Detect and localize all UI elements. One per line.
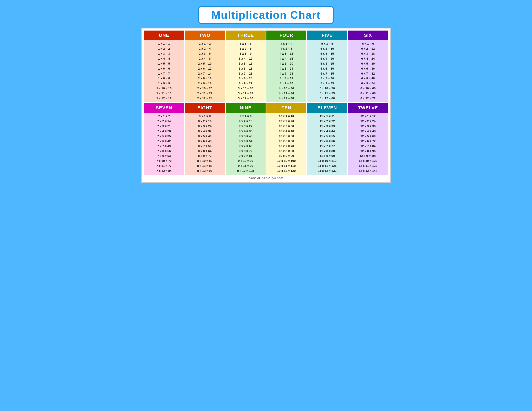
equation-nine-7: 9 x 7 = 63 bbox=[227, 144, 265, 149]
equation-four-2: 4 x 2 = 8 bbox=[267, 46, 305, 51]
column-five: FIVE5 x 1 = 55 x 2 = 105 x 3 = 155 x 4 =… bbox=[307, 30, 347, 102]
equation-five-12: 5 x 12 = 60 bbox=[308, 96, 346, 101]
equation-two-10: 2 x 10 = 20 bbox=[186, 86, 224, 91]
col-body-three: 3 x 1 = 33 x 2 = 63 x 3 = 93 x 4 = 123 x… bbox=[226, 40, 266, 102]
col-header-two: TWO bbox=[185, 30, 225, 40]
equation-eleven-4: 11 x 4 = 44 bbox=[308, 129, 346, 134]
equation-twelve-6: 12 x 6 = 72 bbox=[349, 139, 387, 144]
equation-five-2: 5 x 2 = 10 bbox=[308, 46, 346, 51]
equation-ten-11: 10 x 11 = 110 bbox=[267, 163, 305, 169]
equation-six-9: 6 x 9 = 54 bbox=[349, 81, 387, 86]
col-body-two: 2 x 1 = 22 x 2 = 42 x 3 = 62 x 4 = 82 x … bbox=[185, 40, 225, 102]
equation-twelve-11: 12 x 11 = 132 bbox=[349, 163, 387, 169]
equation-eight-5: 8 x 5 = 40 bbox=[186, 134, 224, 139]
equation-three-8: 3 x 8 = 24 bbox=[227, 76, 265, 81]
equation-five-9: 5 x 9 = 45 bbox=[308, 81, 346, 86]
equation-two-6: 2 x 6 = 12 bbox=[186, 66, 224, 71]
col-body-five: 5 x 1 = 55 x 2 = 105 x 3 = 155 x 4 = 205… bbox=[307, 40, 347, 102]
col-body-nine: 9 x 1 = 99 x 2 = 189 x 3 = 279 x 4 = 369… bbox=[226, 113, 266, 175]
equation-five-11: 5 x 11 = 55 bbox=[308, 91, 346, 96]
equation-eight-10: 8 x 10 = 80 bbox=[186, 159, 224, 163]
equation-eight-7: 8 x 7 = 56 bbox=[186, 144, 224, 149]
equation-seven-11: 7 x 11 = 77 bbox=[145, 163, 183, 169]
col-body-eleven: 11 x 1 = 1111 x 2 = 2211 x 3 = 3311 x 4 … bbox=[307, 113, 347, 175]
equation-seven-6: 7 x 6 = 42 bbox=[145, 139, 183, 144]
page-title: Multiplication Chart bbox=[211, 9, 321, 21]
equation-three-9: 3 x 9 = 27 bbox=[227, 81, 265, 86]
equation-five-5: 5 x 5 = 25 bbox=[308, 61, 346, 66]
bottom-row: SEVEN7 x 1 = 77 x 2 = 147 x 3 = 217 x 4 … bbox=[144, 103, 388, 175]
equation-twelve-4: 12 x 4 = 48 bbox=[349, 129, 387, 134]
equation-four-1: 4 x 1 = 4 bbox=[267, 41, 305, 46]
equation-three-7: 3 x 7 = 21 bbox=[227, 71, 265, 76]
equation-seven-12: 7 x 12 = 84 bbox=[145, 169, 183, 173]
col-body-one: 1 x 1 = 11 x 2 = 21 x 3 = 31 x 4 = 41 x … bbox=[144, 40, 184, 102]
col-body-twelve: 12 x 1 = 1212 x 2 = 2412 x 3 = 3612 x 4 … bbox=[348, 113, 388, 175]
column-six: SIX6 x 1 = 66 x 2 = 126 x 3 = 186 x 4 = … bbox=[348, 30, 388, 102]
equation-seven-3: 7 x 3 = 21 bbox=[145, 124, 183, 129]
equation-seven-2: 7 x 2 = 14 bbox=[145, 119, 183, 124]
equation-one-1: 1 x 1 = 1 bbox=[145, 41, 183, 46]
col-header-four: FOUR bbox=[266, 30, 306, 40]
equation-twelve-8: 12 x 8 = 96 bbox=[349, 149, 387, 154]
equation-one-8: 1 x 8 = 8 bbox=[145, 76, 183, 81]
equation-six-3: 6 x 3 = 18 bbox=[349, 51, 387, 56]
col-body-four: 4 x 1 = 44 x 2 = 84 x 3 = 124 x 4 = 164 … bbox=[266, 40, 306, 102]
equation-nine-11: 9 x 11 = 99 bbox=[227, 163, 265, 169]
equation-five-8: 5 x 8 = 40 bbox=[308, 76, 346, 81]
equation-seven-9: 7 x 9 = 63 bbox=[145, 153, 183, 159]
equation-eight-4: 8 x 4 = 32 bbox=[186, 129, 224, 134]
equation-one-10: 1 x 10 = 10 bbox=[145, 86, 183, 91]
equation-ten-2: 10 x 2 = 20 bbox=[267, 119, 305, 124]
equation-eight-8: 8 x 8 = 64 bbox=[186, 149, 224, 154]
equation-nine-12: 9 x 12 = 108 bbox=[227, 169, 265, 173]
col-header-ten: TEN bbox=[266, 103, 306, 113]
equation-five-6: 5 x 6 = 30 bbox=[308, 66, 346, 71]
equation-nine-9: 9 x 9 = 81 bbox=[227, 153, 265, 159]
equation-four-4: 4 x 4 = 16 bbox=[267, 56, 305, 61]
equation-two-7: 2 x 7 = 14 bbox=[186, 71, 224, 76]
equation-six-10: 6 x 10 = 60 bbox=[349, 86, 387, 91]
equation-ten-4: 10 x 4 = 40 bbox=[267, 129, 305, 134]
equation-one-4: 1 x 4 = 4 bbox=[145, 56, 183, 61]
equation-two-8: 2 x 8 = 16 bbox=[186, 76, 224, 81]
equation-one-7: 1 x 7 = 7 bbox=[145, 71, 183, 76]
col-header-one: ONE bbox=[144, 30, 184, 40]
equation-six-11: 6 x 11 = 66 bbox=[349, 91, 387, 96]
equation-three-1: 3 x 1 = 3 bbox=[227, 41, 265, 46]
equation-five-1: 5 x 1 = 5 bbox=[308, 41, 346, 46]
col-header-eleven: ELEVEN bbox=[307, 103, 347, 113]
equation-seven-8: 7 x 8 = 56 bbox=[145, 149, 183, 154]
equation-nine-10: 9 x 10 = 90 bbox=[227, 159, 265, 163]
equation-two-5: 2 x 5 = 10 bbox=[186, 61, 224, 66]
column-twelve: TWELVE12 x 1 = 1212 x 2 = 2412 x 3 = 361… bbox=[348, 103, 388, 175]
equation-one-2: 1 x 2 = 2 bbox=[145, 46, 183, 51]
equation-three-2: 3 x 2 = 6 bbox=[227, 46, 265, 51]
equation-six-1: 6 x 1 = 6 bbox=[349, 41, 387, 46]
equation-seven-1: 7 x 1 = 7 bbox=[145, 114, 183, 119]
equation-five-7: 5 x 7 = 35 bbox=[308, 71, 346, 76]
equation-one-3: 1 x 3 = 3 bbox=[145, 51, 183, 56]
equation-ten-7: 10 x 7 = 70 bbox=[267, 144, 305, 149]
col-header-six: SIX bbox=[348, 30, 388, 40]
equation-eleven-9: 11 x 9 = 99 bbox=[308, 153, 346, 159]
equation-eleven-11: 11 x 11 = 121 bbox=[308, 163, 346, 169]
column-four: FOUR4 x 1 = 44 x 2 = 84 x 3 = 124 x 4 = … bbox=[266, 30, 306, 102]
equation-ten-9: 10 x 9 = 90 bbox=[267, 153, 305, 159]
equation-nine-8: 9 x 8 = 72 bbox=[227, 149, 265, 154]
equation-ten-5: 10 x 5 = 50 bbox=[267, 134, 305, 139]
column-eleven: ELEVEN11 x 1 = 1111 x 2 = 2211 x 3 = 331… bbox=[307, 103, 347, 175]
equation-eight-9: 8 x 9 = 72 bbox=[186, 153, 224, 159]
column-one: ONE1 x 1 = 11 x 2 = 21 x 3 = 31 x 4 = 41… bbox=[144, 30, 184, 102]
equation-two-11: 2 x 11 = 22 bbox=[186, 91, 224, 96]
equation-six-6: 6 x 6 = 36 bbox=[349, 66, 387, 71]
equation-eleven-8: 11 x 8 = 88 bbox=[308, 149, 346, 154]
col-header-seven: SEVEN bbox=[144, 103, 184, 113]
equation-twelve-9: 12 x 9 = 108 bbox=[349, 153, 387, 159]
col-header-three: THREE bbox=[226, 30, 266, 40]
equation-eleven-5: 11 x 5 = 55 bbox=[308, 134, 346, 139]
equation-four-9: 4 x 9 = 36 bbox=[267, 81, 305, 86]
column-seven: SEVEN7 x 1 = 77 x 2 = 147 x 3 = 217 x 4 … bbox=[144, 103, 184, 175]
equation-eight-2: 8 x 2 = 16 bbox=[186, 119, 224, 124]
equation-twelve-7: 12 x 7 = 84 bbox=[349, 144, 387, 149]
